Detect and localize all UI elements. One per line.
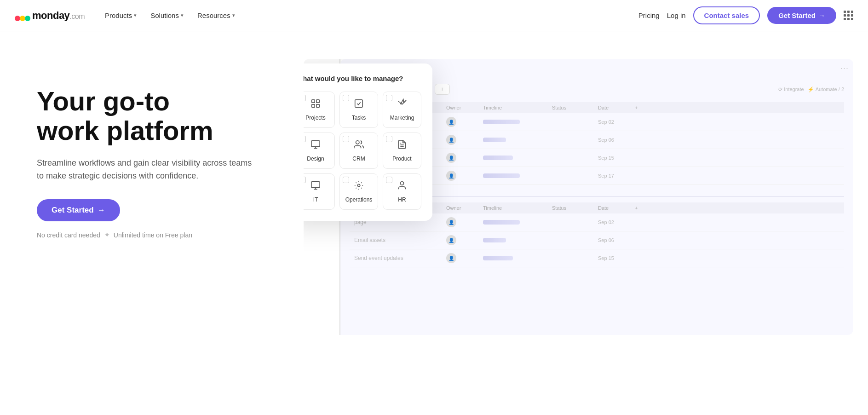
svg-point-2 [25, 16, 30, 21]
nav-products[interactable]: Products ▾ [99, 9, 142, 22]
tasks-checkbox[interactable] [343, 95, 349, 101]
avatar: 👤 [446, 171, 456, 181]
product-checkbox[interactable] [386, 136, 392, 142]
table-row: Send event updates 👤 Sep 15 [350, 249, 844, 267]
table-row: Email assets 👤 Sep 06 [350, 231, 844, 249]
hr-label: HR [398, 196, 406, 203]
timeline-bar [483, 120, 520, 124]
logo-icon [15, 10, 30, 21]
hero-right: ··· Team planning ⊟ Gantt ⊞ Kanban [304, 59, 853, 335]
apps-grid-icon[interactable] [844, 11, 853, 20]
svg-rect-8 [355, 100, 363, 108]
automate-icon: ⚡ [808, 86, 814, 92]
navbar: monday.com Products ▾ Solutions ▾ Resour… [0, 0, 868, 31]
hero-left: Your go-to work platform Streamline work… [37, 59, 294, 335]
modal-item-operations[interactable]: Operations [339, 173, 378, 210]
svg-point-1 [20, 16, 25, 21]
operations-icon [354, 180, 364, 193]
svg-rect-7 [316, 104, 319, 107]
nav-solutions[interactable]: Solutions ▾ [145, 9, 189, 22]
it-checkbox[interactable] [304, 177, 306, 183]
modal-item-projects[interactable]: Projects [304, 92, 335, 128]
integrate-icon: ⟳ [778, 86, 782, 92]
resources-chevron-icon: ▾ [232, 12, 235, 18]
logo[interactable]: monday.com [15, 10, 85, 22]
crm-icon [354, 139, 364, 152]
solutions-chevron-icon: ▾ [181, 12, 184, 18]
hero-subtitle: Streamline workflows and gain clear visi… [37, 156, 258, 183]
crm-label: CRM [352, 156, 365, 162]
modal-question: What would you like to manage? [304, 75, 421, 82]
svg-point-0 [15, 16, 20, 21]
svg-rect-9 [311, 141, 320, 147]
marketing-checkbox[interactable] [386, 95, 392, 101]
svg-rect-15 [311, 182, 320, 188]
marketing-icon [397, 98, 407, 111]
nav-login[interactable]: Log in [667, 12, 686, 19]
modal-item-crm[interactable]: CRM [339, 133, 378, 169]
marketing-label: Marketing [390, 115, 414, 121]
ui-preview: ··· Team planning ⊟ Gantt ⊞ Kanban [304, 59, 853, 335]
timeline-bar [483, 138, 506, 142]
three-dots-icon: ··· [840, 63, 849, 73]
product-label: Product [392, 156, 411, 162]
projects-icon [310, 98, 321, 111]
avatar: 👤 [446, 153, 456, 163]
projects-label: Projects [305, 115, 325, 121]
design-label: Design [307, 156, 324, 162]
it-icon [310, 180, 321, 193]
operations-checkbox[interactable] [343, 177, 349, 183]
automate-button[interactable]: ⚡ Automate / 2 [808, 86, 844, 92]
crm-checkbox[interactable] [343, 136, 349, 142]
hero-section: Your go-to work platform Streamline work… [0, 31, 868, 353]
nav-get-started-button[interactable]: Get Started → [767, 7, 836, 24]
timeline-bar [483, 220, 520, 225]
tasks-label: Tasks [352, 115, 366, 121]
operations-label: Operations [345, 196, 373, 203]
hero-note: No credit card needed ✦ Unlimited time o… [37, 231, 294, 239]
integrate-button[interactable]: ⟳ Integrate [778, 86, 804, 92]
manage-modal: What would you like to manage? [304, 63, 432, 221]
timeline-bar [483, 173, 520, 178]
toolbar-right: ⟳ Integrate ⚡ Automate / 2 [778, 86, 844, 92]
svg-rect-5 [316, 100, 319, 103]
product-icon [397, 139, 407, 152]
hero-title: Your go-to work platform [37, 86, 294, 145]
contact-sales-button[interactable]: Contact sales [693, 6, 760, 24]
svg-point-12 [356, 141, 359, 144]
projects-checkbox[interactable] [304, 95, 306, 101]
design-checkbox[interactable] [304, 136, 306, 142]
modal-item-product[interactable]: Product [383, 133, 421, 169]
avatar: 👤 [446, 217, 456, 227]
nav-right: Pricing Log in Contact sales Get Started… [638, 6, 853, 24]
modal-items-grid: Projects Tasks [304, 92, 421, 210]
modal-item-design[interactable]: Design [304, 133, 335, 169]
timeline-bar [483, 256, 513, 260]
svg-rect-6 [312, 104, 315, 107]
avatar: 👤 [446, 135, 456, 145]
it-label: IT [313, 196, 318, 203]
nav-pricing[interactable]: Pricing [638, 12, 660, 19]
modal-item-hr[interactable]: HR [383, 173, 421, 210]
nav-resources[interactable]: Resources ▾ [192, 9, 241, 22]
hero-get-started-button[interactable]: Get Started → [37, 199, 120, 221]
hr-icon [397, 180, 407, 193]
svg-point-19 [400, 182, 403, 185]
nav-links: Products ▾ Solutions ▾ Resources ▾ [99, 9, 241, 22]
timeline-bar [483, 156, 513, 160]
avatar: 👤 [446, 235, 456, 245]
modal-item-marketing[interactable]: Marketing [383, 92, 421, 128]
avatar: 👤 [446, 253, 456, 263]
modal-item-it[interactable]: IT [304, 173, 335, 210]
logo-wordmark: monday.com [32, 10, 85, 22]
add-view-button[interactable]: + [435, 84, 450, 95]
avatar: 👤 [446, 117, 456, 127]
modal-item-tasks[interactable]: Tasks [339, 92, 378, 128]
hr-checkbox[interactable] [386, 177, 392, 183]
tasks-icon [354, 98, 364, 111]
svg-point-18 [357, 184, 360, 187]
products-chevron-icon: ▾ [134, 12, 137, 18]
timeline-bar [483, 238, 506, 242]
design-icon [310, 139, 321, 152]
svg-rect-4 [312, 100, 315, 103]
